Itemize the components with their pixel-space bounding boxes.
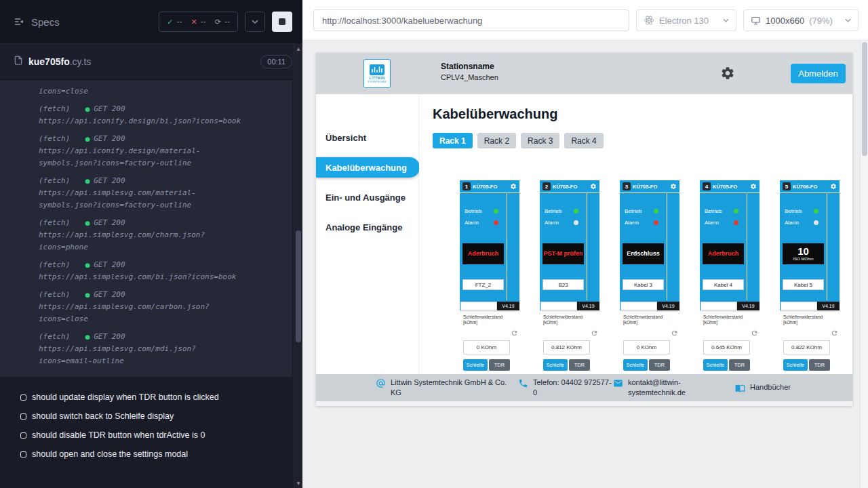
http-status: GET 200: [94, 332, 125, 341]
card-settings-icon[interactable]: [750, 183, 757, 190]
test-item[interactable]: should switch back to Schleife display: [20, 407, 302, 426]
aut-stage: LITTWIN SYSTEMTECHNIK Stationsname CPLV4…: [302, 41, 860, 488]
scroll-down-arrow-icon[interactable]: ▼: [294, 481, 302, 485]
card-settings-icon[interactable]: [830, 183, 837, 190]
sidebar-item-analoge-eing-nge[interactable]: Analoge Eingänge: [316, 217, 418, 237]
schleife-button[interactable]: Schleife: [623, 359, 648, 371]
reporter-scrollbar-thumb[interactable]: [296, 230, 301, 342]
test-item[interactable]: should disable TDR button when tdrActive…: [20, 426, 302, 445]
station-name: CPLV4_Maschen: [441, 73, 498, 81]
schleife-button[interactable]: Schleife: [463, 359, 488, 371]
schleife-button[interactable]: Schleife: [543, 359, 568, 371]
fetch-label: (fetch): [39, 332, 70, 341]
card-settings-icon[interactable]: [670, 183, 677, 190]
sidebar-item-kabel-berwachung[interactable]: Kabelüberwachung: [316, 157, 420, 178]
status-display: Erdschluss: [623, 243, 664, 264]
tdr-button[interactable]: TDR: [809, 359, 830, 371]
test-item[interactable]: should open and close the settings modal: [20, 445, 302, 464]
betrieb-label: Betrieb: [705, 208, 722, 214]
tab-rack-1[interactable]: Rack 1: [433, 133, 473, 148]
specs-menu-icon[interactable]: [14, 16, 24, 27]
spec-file-basename: kue705fo: [28, 56, 70, 67]
card-header: 4KÜ705-FO: [700, 180, 760, 193]
stop-button[interactable]: [272, 12, 292, 32]
passed-icon: ✓: [167, 18, 173, 26]
footer-item-3[interactable]: kontakt@littwin-systemtechnik.de: [613, 378, 735, 398]
page-scrollbar-thumb[interactable]: [862, 42, 867, 156]
alarm-status: Alarm: [545, 220, 578, 226]
refresh-icon[interactable]: [591, 329, 598, 337]
log-entry[interactable]: (fetch)●GET 200https://api.simplesvg.com…: [39, 175, 292, 211]
log-entry[interactable]: (fetch)●GET 200https://api.simplesvg.com…: [39, 289, 292, 325]
tab-rack-4[interactable]: Rack 4: [564, 133, 603, 148]
browser-selector[interactable]: Electron 130: [636, 9, 736, 31]
request-url: https://api.iconify.design/bi.json?icons…: [39, 115, 250, 127]
card-side-column: [827, 193, 840, 300]
log-entry[interactable]: (fetch)●GET 200https://api.simplesvg.com…: [39, 259, 292, 283]
betrieb-led: [654, 209, 658, 214]
fetch-label: (fetch): [39, 104, 70, 113]
app-footer: Littwin Systemtechnik GmbH & Co. KGTelef…: [316, 374, 852, 401]
footer-item-4[interactable]: Handbücher: [735, 382, 791, 393]
alarm-label: Alarm: [465, 220, 479, 226]
betrieb-status: Betrieb: [625, 208, 658, 214]
tab-rack-2[interactable]: Rack 2: [477, 133, 516, 148]
test-state-icon: [20, 413, 26, 420]
firmware-version: V4.19: [657, 302, 679, 310]
measurement-value: 0 KOhm: [623, 340, 670, 354]
reporter-scrollbar[interactable]: ▲ ▼: [294, 43, 302, 488]
betrieb-status: Betrieb: [705, 208, 738, 214]
alarm-label: Alarm: [545, 220, 559, 226]
app-sidebar: ÜbersichtKabelüberwachungEin- und Ausgän…: [316, 94, 419, 374]
collapse-button[interactable]: [245, 12, 265, 32]
test-item[interactable]: should update display when TDR button is…: [20, 388, 302, 407]
status-display: PST-M prüfen: [542, 243, 584, 264]
refresh-icon[interactable]: [751, 329, 758, 337]
card-body: BetriebAlarmErdschlussKabel 3: [620, 193, 679, 300]
log-entry[interactable]: (fetch)●GET 200https://api.iconify.desig…: [39, 103, 292, 127]
measurement-label: Schleifenwiderstand [kOhm]: [463, 314, 510, 325]
version-row: V4.19: [460, 302, 519, 310]
scroll-up-arrow-icon[interactable]: ▲: [294, 46, 302, 51]
measurement-label: Schleifenwiderstand [kOhm]: [783, 314, 830, 325]
betrieb-led: [814, 209, 818, 214]
tdr-button[interactable]: TDR: [489, 359, 510, 371]
card-model-label: KÜ705-FO: [633, 184, 668, 190]
tdr-button[interactable]: TDR: [729, 359, 750, 371]
log-entry-header: (fetch)●GET 200: [39, 175, 292, 187]
specs-label[interactable]: Specs: [31, 16, 60, 28]
schleife-button[interactable]: Schleife: [703, 359, 728, 371]
footer-item-2[interactable]: Telefon: 04402 972577-0: [518, 378, 613, 398]
refresh-icon[interactable]: [831, 329, 838, 337]
settings-gear-icon[interactable]: [720, 66, 735, 81]
display-text: Aderbruch: [468, 251, 499, 258]
page-scrollbar[interactable]: [860, 41, 868, 488]
card-settings-icon[interactable]: [510, 183, 517, 190]
logout-button[interactable]: Abmelden: [791, 64, 846, 83]
tab-rack-3[interactable]: Rack 3: [521, 133, 559, 148]
card-settings-icon[interactable]: [590, 183, 597, 190]
card-main: BetriebAlarmPST-M prüfenB23: [540, 193, 587, 300]
pending-tests-list: should update display when TDR button is…: [0, 377, 302, 464]
footer-item-1[interactable]: Littwin Systemtechnik GmbH & Co. KG: [376, 378, 518, 398]
log-entry[interactable]: (fetch)●GET 200https://api.simplesvg.com…: [39, 331, 292, 367]
version-row: V4.19: [540, 302, 599, 310]
measurement-value: 0.812 KOhm: [543, 340, 590, 354]
measurement-panel: Schleifenwiderstand [kOhm]0 KOhmSchleife…: [460, 310, 519, 384]
url-input[interactable]: [313, 9, 629, 31]
viewport-size-selector[interactable]: 1000x660 (79%): [743, 9, 859, 31]
sidebar-item-bersicht[interactable]: Übersicht: [316, 127, 418, 148]
log-entry[interactable]: (fetch)●GET 200https://api.iconify.desig…: [39, 133, 292, 169]
tdr-button[interactable]: TDR: [649, 359, 670, 371]
sidebar-item-ein-und-ausg-nge[interactable]: Ein- und Ausgänge: [316, 187, 418, 207]
display-text: Aderbruch: [708, 251, 739, 258]
betrieb-label: Betrieb: [465, 208, 481, 214]
refresh-icon[interactable]: [671, 329, 678, 337]
spec-file-name[interactable]: kue705fo.cy.ts: [28, 56, 91, 68]
refresh-icon[interactable]: [511, 329, 518, 337]
spec-duration-badge: 00:11: [260, 55, 292, 68]
log-entry[interactable]: (fetch)●GET 200https://api.simplesvg.com…: [39, 217, 292, 253]
schleife-button[interactable]: Schleife: [783, 359, 808, 371]
status-dot-icon: ●: [85, 220, 90, 226]
tdr-button[interactable]: TDR: [569, 359, 590, 371]
